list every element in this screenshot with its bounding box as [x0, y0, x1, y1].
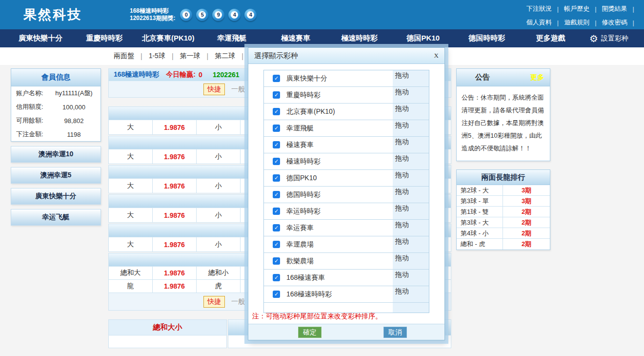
- link-draw-results[interactable]: 開獎結果: [602, 4, 627, 13]
- member-row: 可用餘額: 98,802: [11, 114, 101, 127]
- lottery-item-label: 德国PK10: [286, 174, 317, 183]
- subnav-ball-1[interactable]: 第一球: [180, 52, 201, 61]
- bet-cell-small[interactable]: 小: [197, 120, 241, 134]
- lottery-ball: 4: [244, 9, 257, 21]
- drag-handle[interactable]: 拖动: [393, 154, 429, 163]
- normal-mode-button[interactable]: 一般: [231, 85, 245, 94]
- bet-cell-total-big[interactable]: 總和大: [109, 267, 153, 279]
- bet-odds[interactable]: 1.9876: [153, 179, 197, 193]
- bet-cell-small[interactable]: 小: [197, 208, 241, 222]
- bet-odds[interactable]: 1.9876: [153, 149, 197, 164]
- set-lottery-label: 設置彩种: [601, 34, 628, 43]
- bet-cell-big[interactable]: 大: [109, 149, 153, 164]
- dialog-note: 注：可拖动彩种尾部位置来改变彩种排序。: [252, 312, 382, 321]
- quick-mode-button[interactable]: 快捷: [203, 84, 225, 95]
- subnav-ball-2[interactable]: 第二球: [215, 52, 235, 61]
- checkbox-checked[interactable]: ✓: [273, 291, 280, 298]
- bet-cell-big[interactable]: 大: [109, 208, 153, 222]
- bet-odds[interactable]: 1.9876: [153, 267, 197, 279]
- checkbox-checked[interactable]: ✓: [273, 257, 280, 265]
- announcement-more-link[interactable]: 更多: [530, 73, 544, 82]
- bet-cell-small[interactable]: 小: [197, 237, 241, 251]
- nav-item-gdklsf[interactable]: 廣東快樂十分: [9, 34, 73, 43]
- lottery-item: ✓ 168極速時時彩 拖动: [264, 286, 429, 303]
- set-lottery-button[interactable]: ⚙ 設置彩种: [583, 34, 635, 43]
- bet-cell-big[interactable]: 大: [109, 120, 153, 134]
- checkbox-checked[interactable]: ✓: [273, 91, 280, 99]
- lottery-item-label: 廣東快樂十分: [286, 74, 327, 83]
- bet-cell-total-small[interactable]: 總和小: [197, 267, 241, 279]
- checkbox-checked[interactable]: ✓: [273, 158, 280, 165]
- bet-odds[interactable]: 1.9876: [153, 208, 197, 222]
- member-row: 信用額度: 100,000: [11, 100, 101, 114]
- lottery-item: ✓ 德国PK10 拖动: [264, 170, 429, 187]
- drag-handle[interactable]: 拖动: [393, 254, 429, 263]
- drag-handle[interactable]: 拖动: [393, 88, 429, 97]
- drag-handle[interactable]: 拖动: [393, 71, 429, 80]
- checkbox-checked[interactable]: ✓: [273, 174, 280, 182]
- drag-handle[interactable]: 拖动: [393, 237, 429, 246]
- drag-handle[interactable]: 拖动: [393, 188, 429, 196]
- normal-mode-button[interactable]: 一般: [231, 297, 245, 306]
- checkbox-checked[interactable]: ✓: [273, 274, 280, 281]
- nav-item-bjpk10[interactable]: 北京賽車(PK10): [136, 34, 200, 43]
- quick-mode-button[interactable]: 快捷: [203, 296, 225, 308]
- bet-odds[interactable]: 1.9876: [153, 120, 197, 134]
- checkbox-checked[interactable]: ✓: [273, 208, 280, 215]
- bet-cell-tiger[interactable]: 虎: [197, 280, 241, 293]
- subnav-two-sides[interactable]: 兩面盤: [114, 52, 134, 61]
- bet-cell-small[interactable]: 小: [197, 179, 241, 193]
- cancel-button[interactable]: 取消: [383, 327, 407, 338]
- drag-handle[interactable]: 拖动: [393, 105, 429, 113]
- checkbox-checked[interactable]: ✓: [273, 125, 280, 132]
- link-change-password[interactable]: 修改密碼: [602, 18, 627, 27]
- nav-item-xyft[interactable]: 幸運飛艇: [200, 34, 264, 43]
- link-game-rules[interactable]: 遊戲規則: [564, 18, 589, 27]
- bet-cell-big[interactable]: 大: [109, 179, 153, 193]
- drag-handle[interactable]: 拖动: [393, 171, 429, 180]
- drag-handle[interactable]: 拖动: [393, 204, 429, 213]
- latest-draw-info: 168極速時時彩 12022613期開獎: 0 5 9 4 4: [130, 7, 257, 22]
- drag-handle[interactable]: 拖动: [393, 221, 429, 230]
- ranking-title: 兩面長龍排行: [457, 170, 550, 185]
- drag-handle[interactable]: 拖动: [393, 271, 429, 279]
- drag-handle[interactable]: 拖动: [393, 138, 429, 147]
- checkbox-checked[interactable]: ✓: [273, 108, 280, 115]
- link-bet-status[interactable]: 下注狀況: [526, 4, 552, 13]
- checkbox-checked[interactable]: ✓: [273, 241, 280, 248]
- sidebar-game-aozhou10[interactable]: 澳洲幸運10: [11, 146, 101, 163]
- nav-item-jssc[interactable]: 極速賽車: [264, 34, 328, 43]
- checkbox-checked[interactable]: ✓: [273, 75, 280, 82]
- drag-handle[interactable]: 拖动: [393, 121, 429, 130]
- sidebar-game-xyft[interactable]: 幸运飞艇: [11, 209, 101, 226]
- link-profile[interactable]: 個人資料: [526, 18, 552, 27]
- link-account-history[interactable]: 帳戶歷史: [564, 4, 589, 13]
- sidebar-game-aozhou5[interactable]: 澳洲幸運5: [11, 167, 101, 184]
- close-icon[interactable]: X: [434, 52, 439, 60]
- sidebar-game-gdklsf[interactable]: 廣東快樂十分: [11, 188, 101, 205]
- nav-item-cqssc[interactable]: 重慶時時彩: [73, 34, 137, 43]
- confirm-button[interactable]: 確定: [298, 327, 322, 338]
- checkbox-checked[interactable]: ✓: [273, 141, 280, 148]
- bet-cell-big[interactable]: 大: [109, 237, 153, 251]
- lottery-item: ✓ 廣東快樂十分 拖动: [264, 70, 429, 87]
- bet-odds[interactable]: 1.9876: [153, 280, 197, 293]
- lottery-item: ✓ 德国時時彩 拖动: [264, 187, 429, 203]
- bet-cell-dragon[interactable]: 龍: [109, 280, 153, 293]
- nav-item-dessc[interactable]: 德国時時彩: [455, 34, 519, 43]
- drag-handle[interactable]: 拖动: [393, 287, 429, 296]
- dialog-title-bar: 選擇顯示彩种 X: [248, 48, 444, 64]
- nav-item-jsssc[interactable]: 極速時時彩: [327, 34, 391, 43]
- member-value: 1198: [52, 131, 96, 138]
- subnav-balls-1-5[interactable]: 1-5球: [149, 52, 165, 61]
- checkbox-checked[interactable]: ✓: [273, 224, 280, 231]
- bet-cell-small[interactable]: 小: [197, 149, 241, 164]
- checkbox-checked[interactable]: ✓: [273, 191, 280, 198]
- lottery-item-label: 極速賽車: [286, 141, 314, 149]
- gear-icon: ⚙: [589, 34, 598, 43]
- nav-item-depk10[interactable]: 德国PK10: [391, 34, 455, 43]
- select-lottery-dialog: 選擇顯示彩种 X ✓ 廣東快樂十分 拖动 ✓ 重慶時時彩 拖动 ✓ 北京賽車(P…: [248, 47, 445, 340]
- nav-item-more-games[interactable]: 更多遊戲: [519, 34, 583, 43]
- ranking-row: 第1球 - 雙 2期: [457, 207, 550, 217]
- bet-odds[interactable]: 1.9876: [153, 237, 197, 251]
